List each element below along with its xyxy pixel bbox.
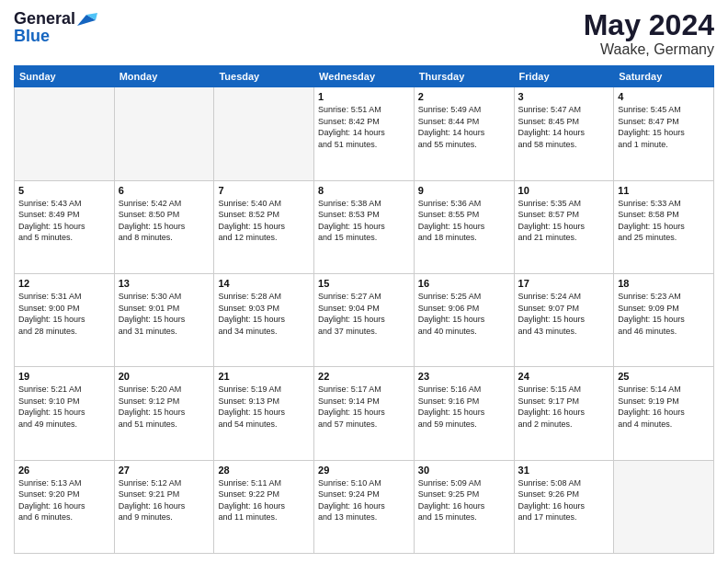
header: General Blue May 2024 Waake, Germany bbox=[14, 9, 714, 58]
day-number: 10 bbox=[518, 185, 610, 196]
day-number: 21 bbox=[218, 371, 310, 382]
table-row: 16Sunrise: 5:25 AMSunset: 9:06 PMDayligh… bbox=[414, 273, 514, 366]
day-info: Sunrise: 5:12 AMSunset: 9:21 PMDaylight:… bbox=[119, 477, 210, 523]
day-number: 27 bbox=[119, 465, 210, 476]
day-number: 18 bbox=[618, 278, 710, 289]
table-row: 28Sunrise: 5:11 AMSunset: 9:22 PMDayligh… bbox=[214, 460, 314, 553]
day-info: Sunrise: 5:49 AMSunset: 8:44 PMDaylight:… bbox=[418, 104, 510, 150]
header-sunday: Sunday bbox=[15, 66, 115, 87]
day-number: 6 bbox=[119, 185, 210, 196]
day-info: Sunrise: 5:35 AMSunset: 8:57 PMDaylight:… bbox=[518, 198, 610, 244]
day-number: 20 bbox=[119, 371, 210, 382]
day-info: Sunrise: 5:09 AMSunset: 9:25 PMDaylight:… bbox=[418, 477, 510, 523]
day-number: 12 bbox=[18, 278, 110, 289]
day-info: Sunrise: 5:20 AMSunset: 9:12 PMDaylight:… bbox=[119, 384, 210, 430]
table-row: 27Sunrise: 5:12 AMSunset: 9:21 PMDayligh… bbox=[114, 460, 214, 553]
day-info: Sunrise: 5:33 AMSunset: 8:58 PMDaylight:… bbox=[618, 198, 710, 244]
day-number: 3 bbox=[518, 91, 610, 102]
day-number: 26 bbox=[18, 465, 110, 476]
table-row: 1Sunrise: 5:51 AMSunset: 8:42 PMDaylight… bbox=[314, 87, 415, 180]
calendar-location: Waake, Germany bbox=[584, 41, 714, 58]
day-number: 23 bbox=[418, 371, 510, 382]
table-row: 19Sunrise: 5:21 AMSunset: 9:10 PMDayligh… bbox=[15, 367, 115, 460]
day-info: Sunrise: 5:08 AMSunset: 9:26 PMDaylight:… bbox=[518, 477, 610, 523]
day-number: 9 bbox=[418, 185, 510, 196]
header-thursday: Thursday bbox=[414, 66, 514, 87]
day-number: 31 bbox=[518, 465, 610, 476]
logo-general-text: General bbox=[14, 9, 75, 29]
table-row: 12Sunrise: 5:31 AMSunset: 9:00 PMDayligh… bbox=[15, 273, 115, 366]
day-info: Sunrise: 5:21 AMSunset: 9:10 PMDaylight:… bbox=[18, 384, 110, 430]
header-monday: Monday bbox=[114, 66, 214, 87]
calendar-header-row: Sunday Monday Tuesday Wednesday Thursday… bbox=[15, 66, 714, 87]
day-info: Sunrise: 5:28 AMSunset: 9:03 PMDaylight:… bbox=[218, 291, 310, 337]
day-number: 16 bbox=[418, 278, 510, 289]
table-row: 6Sunrise: 5:42 AMSunset: 8:50 PMDaylight… bbox=[114, 180, 214, 273]
logo-blue-text: Blue bbox=[14, 27, 50, 46]
table-row: 26Sunrise: 5:13 AMSunset: 9:20 PMDayligh… bbox=[15, 460, 115, 553]
calendar-week-row: 19Sunrise: 5:21 AMSunset: 9:10 PMDayligh… bbox=[15, 367, 714, 460]
day-number: 22 bbox=[318, 371, 410, 382]
header-saturday: Saturday bbox=[614, 66, 714, 87]
day-info: Sunrise: 5:24 AMSunset: 9:07 PMDaylight:… bbox=[518, 291, 610, 337]
day-info: Sunrise: 5:23 AMSunset: 9:09 PMDaylight:… bbox=[618, 291, 710, 337]
calendar-week-row: 1Sunrise: 5:51 AMSunset: 8:42 PMDaylight… bbox=[15, 87, 714, 180]
day-number: 28 bbox=[218, 465, 310, 476]
day-info: Sunrise: 5:51 AMSunset: 8:42 PMDaylight:… bbox=[318, 104, 410, 150]
table-row: 13Sunrise: 5:30 AMSunset: 9:01 PMDayligh… bbox=[114, 273, 214, 366]
day-number: 4 bbox=[618, 91, 710, 102]
day-number: 1 bbox=[318, 91, 410, 102]
table-row bbox=[114, 87, 214, 180]
day-number: 7 bbox=[218, 185, 310, 196]
day-info: Sunrise: 5:25 AMSunset: 9:06 PMDaylight:… bbox=[418, 291, 510, 337]
day-info: Sunrise: 5:27 AMSunset: 9:04 PMDaylight:… bbox=[318, 291, 410, 337]
day-info: Sunrise: 5:16 AMSunset: 9:16 PMDaylight:… bbox=[418, 384, 510, 430]
day-info: Sunrise: 5:40 AMSunset: 8:52 PMDaylight:… bbox=[218, 198, 310, 244]
day-number: 2 bbox=[418, 91, 510, 102]
day-number: 15 bbox=[318, 278, 410, 289]
table-row: 30Sunrise: 5:09 AMSunset: 9:25 PMDayligh… bbox=[414, 460, 514, 553]
table-row: 3Sunrise: 5:47 AMSunset: 8:45 PMDaylight… bbox=[514, 87, 614, 180]
day-info: Sunrise: 5:31 AMSunset: 9:00 PMDaylight:… bbox=[18, 291, 110, 337]
day-number: 5 bbox=[18, 185, 110, 196]
page: General Blue May 2024 Waake, Germany Sun… bbox=[0, 0, 728, 563]
table-row: 4Sunrise: 5:45 AMSunset: 8:47 PMDaylight… bbox=[614, 87, 714, 180]
table-row: 18Sunrise: 5:23 AMSunset: 9:09 PMDayligh… bbox=[614, 273, 714, 366]
day-number: 11 bbox=[618, 185, 710, 196]
day-info: Sunrise: 5:43 AMSunset: 8:49 PMDaylight:… bbox=[18, 198, 110, 244]
day-info: Sunrise: 5:36 AMSunset: 8:55 PMDaylight:… bbox=[418, 198, 510, 244]
table-row: 14Sunrise: 5:28 AMSunset: 9:03 PMDayligh… bbox=[214, 273, 314, 366]
table-row: 11Sunrise: 5:33 AMSunset: 8:58 PMDayligh… bbox=[614, 180, 714, 273]
table-row: 21Sunrise: 5:19 AMSunset: 9:13 PMDayligh… bbox=[214, 367, 314, 460]
day-info: Sunrise: 5:45 AMSunset: 8:47 PMDaylight:… bbox=[618, 104, 710, 150]
day-info: Sunrise: 5:10 AMSunset: 9:24 PMDaylight:… bbox=[318, 477, 410, 523]
header-friday: Friday bbox=[514, 66, 614, 87]
day-info: Sunrise: 5:17 AMSunset: 9:14 PMDaylight:… bbox=[318, 384, 410, 430]
calendar-week-row: 26Sunrise: 5:13 AMSunset: 9:20 PMDayligh… bbox=[15, 460, 714, 553]
table-row: 31Sunrise: 5:08 AMSunset: 9:26 PMDayligh… bbox=[514, 460, 614, 553]
day-info: Sunrise: 5:11 AMSunset: 9:22 PMDaylight:… bbox=[218, 477, 310, 523]
table-row bbox=[614, 460, 714, 553]
table-row: 29Sunrise: 5:10 AMSunset: 9:24 PMDayligh… bbox=[314, 460, 415, 553]
table-row: 20Sunrise: 5:20 AMSunset: 9:12 PMDayligh… bbox=[114, 367, 214, 460]
table-row: 10Sunrise: 5:35 AMSunset: 8:57 PMDayligh… bbox=[514, 180, 614, 273]
day-number: 19 bbox=[18, 371, 110, 382]
table-row: 8Sunrise: 5:38 AMSunset: 8:53 PMDaylight… bbox=[314, 180, 415, 273]
day-number: 13 bbox=[119, 278, 210, 289]
day-number: 25 bbox=[618, 371, 710, 382]
day-number: 8 bbox=[318, 185, 410, 196]
day-number: 24 bbox=[518, 371, 610, 382]
table-row: 22Sunrise: 5:17 AMSunset: 9:14 PMDayligh… bbox=[314, 367, 415, 460]
table-row: 17Sunrise: 5:24 AMSunset: 9:07 PMDayligh… bbox=[514, 273, 614, 366]
day-info: Sunrise: 5:42 AMSunset: 8:50 PMDaylight:… bbox=[119, 198, 210, 244]
calendar-week-row: 5Sunrise: 5:43 AMSunset: 8:49 PMDaylight… bbox=[15, 180, 714, 273]
day-number: 14 bbox=[218, 278, 310, 289]
table-row: 23Sunrise: 5:16 AMSunset: 9:16 PMDayligh… bbox=[414, 367, 514, 460]
day-info: Sunrise: 5:15 AMSunset: 9:17 PMDaylight:… bbox=[518, 384, 610, 430]
day-info: Sunrise: 5:13 AMSunset: 9:20 PMDaylight:… bbox=[18, 477, 110, 523]
logo: General Blue bbox=[14, 9, 97, 46]
logo-icon bbox=[77, 13, 97, 28]
table-row: 24Sunrise: 5:15 AMSunset: 9:17 PMDayligh… bbox=[514, 367, 614, 460]
table-row bbox=[15, 87, 115, 180]
day-info: Sunrise: 5:14 AMSunset: 9:19 PMDaylight:… bbox=[618, 384, 710, 430]
